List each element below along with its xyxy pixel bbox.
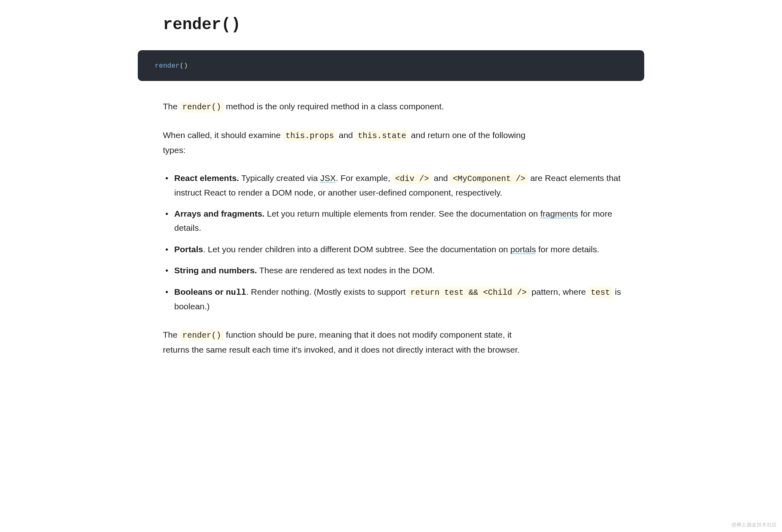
re-t1: Typically created via — [239, 173, 320, 183]
bo-code-return: return test && <Child /> — [408, 287, 529, 298]
list-item-strings: String and numbers. These are rendered a… — [174, 264, 625, 278]
wc-a: When called, it should examine — [163, 130, 283, 140]
li-title-portals: Portals — [174, 245, 203, 254]
pure-code: render() — [180, 330, 224, 341]
code-block-content: render() — [155, 62, 188, 70]
wc-code-props: this.props — [283, 130, 337, 141]
bo-t1: . Render nothing. (Mostly exists to supp… — [246, 287, 408, 296]
ar-t1: Let you return multiple elements from re… — [265, 209, 541, 218]
body-section: The render() method is the only required… — [138, 99, 644, 357]
list-item-react-elements: React elements. Typically created via JS… — [174, 171, 625, 200]
intro-code: render() — [180, 102, 224, 113]
when-called-paragraph: When called, it should examine this.prop… — [163, 128, 528, 157]
li-title-arrays: Arrays and fragments. — [174, 209, 265, 218]
link-jsx[interactable]: JSX — [320, 173, 336, 183]
re-t3: and — [432, 173, 451, 183]
bo-code-test: test — [588, 287, 613, 298]
wc-code-state: this.state — [355, 130, 409, 141]
doc-container: render() render() The render() method is… — [138, 0, 644, 387]
intro-post: method is the only required method in a … — [224, 102, 444, 111]
wc-b: and — [336, 130, 355, 140]
intro-pre: The — [163, 102, 180, 111]
return-types-list: React elements. Typically created via JS… — [163, 171, 625, 314]
page-title: render() — [163, 12, 644, 38]
code-parens: () — [179, 62, 188, 70]
st-t1: These are rendered as text nodes in the … — [257, 266, 435, 275]
pure-a: The — [163, 330, 180, 339]
re-code-mycomp: <MyComponent /> — [450, 173, 528, 184]
po-t1: . Let you render children into a differe… — [203, 245, 510, 254]
link-portals[interactable]: portals — [511, 245, 536, 254]
code-block: render() — [138, 50, 644, 81]
li-title-booleans-a: Booleans or — [174, 287, 226, 296]
li-title-react-elements: React elements. — [174, 173, 239, 183]
list-item-arrays: Arrays and fragments. Let you return mul… — [174, 207, 625, 235]
po-t2: for more details. — [536, 245, 599, 254]
li-title-booleans-code: null — [226, 288, 246, 297]
re-code-div: <div /> — [393, 173, 432, 184]
re-t2: . For example, — [336, 173, 393, 183]
code-fn-name: render — [155, 62, 179, 70]
list-item-portals: Portals. Let you render children into a … — [174, 243, 625, 257]
li-title-strings: String and numbers. — [174, 266, 257, 275]
bo-t2: pattern, where — [529, 287, 588, 296]
link-fragments[interactable]: fragments — [540, 209, 578, 219]
pure-paragraph: The render() function should be pure, me… — [163, 328, 528, 357]
intro-paragraph: The render() method is the only required… — [163, 99, 625, 114]
list-item-booleans: Booleans or null. Render nothing. (Mostl… — [174, 285, 625, 314]
